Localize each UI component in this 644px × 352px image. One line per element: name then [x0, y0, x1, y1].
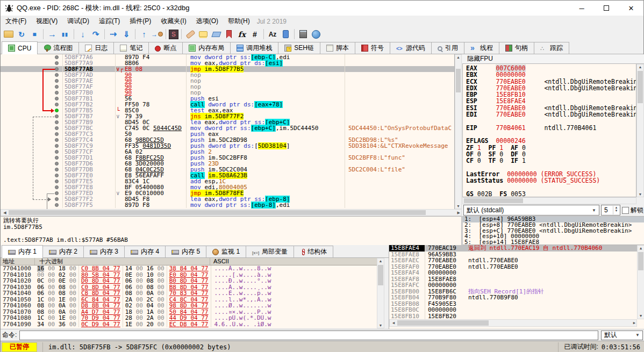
unlock-checkbox[interactable] [622, 207, 629, 214]
command-scope-select[interactable]: 默认 ▼ [601, 331, 643, 340]
stack-row[interactable]: 15E8FAFC00000000 [389, 282, 644, 289]
pause-icon[interactable] [59, 28, 71, 40]
dump-row[interactable]: 770410200C 00 0E 00D0 8D 04 7706 00 08 0… [1, 278, 377, 284]
minimize-button[interactable]: ─ [569, 1, 594, 16]
instruction-dot[interactable] [55, 97, 59, 100]
calculator-icon[interactable] [297, 28, 309, 40]
disasm-row[interactable]: 5D8F77F5897D F8mov dword ptr ss:[ebp-8],… [1, 202, 454, 208]
attach-icon[interactable] [151, 28, 163, 40]
fx-icon[interactable] [236, 28, 248, 40]
tab-线程[interactable]: 线程 [464, 42, 499, 54]
register-line[interactable]: EIP 770B4061 ntdll.770B4061 [466, 125, 636, 131]
instruction-dot[interactable] [55, 179, 59, 183]
tab-结构体[interactable]: 结构体 [294, 246, 333, 257]
instruction-dot[interactable] [55, 120, 59, 124]
tab-跟踪[interactable]: 跟踪 [534, 42, 569, 54]
menu-item[interactable]: 收藏夹(I) [156, 15, 191, 27]
tab-CPU[interactable]: CPU [2, 41, 38, 54]
dump-row[interactable]: 7704109034 00 36 000C D9 04 771E 00 20 0… [1, 321, 377, 328]
args-depth-spinner[interactable]: 5 ▲▼ [601, 205, 620, 215]
tab-脚本[interactable]: 脚本 [320, 42, 355, 54]
s-badge-icon[interactable] [169, 30, 178, 39]
step-out-icon[interactable] [120, 28, 132, 40]
tab-断点[interactable]: 断点 [148, 42, 183, 54]
until-return-icon[interactable] [138, 28, 150, 40]
tab-内存 1[interactable]: 内存 1 [2, 245, 43, 258]
command-input[interactable] [19, 331, 598, 340]
comment-icon[interactable] [197, 28, 209, 40]
tab-内存布局[interactable]: 内存布局 [182, 42, 231, 54]
memory-dump-pane[interactable]: 地址 十六进制 ASCII 7704100016 00 18 00C0 8B 0… [1, 258, 377, 328]
tab-内存 5[interactable]: 内存 5 [165, 246, 206, 257]
instruction-dot[interactable] [55, 103, 59, 106]
run-to-user-icon[interactable] [108, 28, 119, 40]
phone-icon[interactable] [280, 28, 291, 40]
stack-arguments-list[interactable]: 1: [esp+4] 96A59BB32: [esp+8] 770EABE0 <… [462, 216, 644, 245]
dump-row[interactable]: 7704106008 00 0A 00D8 8B 04 7702 00 04 0… [1, 303, 377, 309]
tab-符号[interactable]: 符号 [355, 42, 390, 54]
menu-item[interactable]: 插件(P) [125, 15, 156, 27]
argument-row[interactable]: 5: [esp+14] 15E8FAE8 [463, 240, 644, 245]
register-line[interactable]: CF 0 TF 0 IF 1 [466, 157, 636, 164]
instruction-dot[interactable] [55, 185, 59, 189]
disasm-vscrollbar[interactable]: ▲▼ [455, 54, 462, 209]
instruction-dot[interactable] [55, 144, 59, 148]
az-icon[interactable] [267, 28, 278, 40]
disassembly-pane[interactable]: 5D8F77A6897D F4mov dword ptr ss:[ebp-C],… [1, 54, 455, 209]
instruction-dot[interactable] [55, 114, 59, 118]
stack-pane[interactable]: 15E8FAE4770EAC19返回到 ntdll.770EAC19 自 ntd… [389, 245, 644, 329]
menu-item[interactable]: 视图(V) [31, 15, 62, 27]
patch-icon[interactable] [184, 28, 196, 40]
instruction-dot[interactable] [55, 138, 59, 142]
stack-row[interactable]: 15E8FB0C00000000 [389, 307, 644, 313]
stack-row[interactable]: 15E8FAF400000000 [389, 270, 644, 276]
tab-内存 4[interactable]: 内存 4 [124, 246, 166, 257]
dump-row[interactable]: 770410801C 00 1E 0070 D9 04 7728 00 2A 0… [1, 315, 377, 321]
instruction-dot[interactable] [55, 156, 59, 160]
dump-row[interactable]: 7704100016 00 18 00C0 8B 04 7714 00 16 0… [1, 265, 377, 272]
menu-item[interactable]: 选项(O) [191, 15, 223, 27]
instruction-dot[interactable] [55, 197, 59, 201]
tab-内存 3[interactable]: 内存 3 [83, 246, 125, 257]
instruction-dot[interactable] [55, 191, 59, 195]
register-line[interactable]: GS 002B FS 0053 [466, 191, 636, 197]
tab-引用[interactable]: 引用 [431, 42, 464, 54]
hide-fpu-button[interactable]: 隐藏FPU [462, 54, 644, 64]
instruction-dot[interactable] [55, 162, 59, 166]
instruction-dot[interactable] [55, 67, 59, 71]
stack-row[interactable]: 15E8FAEC770EABE0ntdll.770EABE0 [389, 257, 644, 264]
registers-hscrollbar[interactable] [462, 197, 636, 204]
maximize-button[interactable] [594, 1, 619, 16]
tab-源代码[interactable]: 源代码 [390, 42, 432, 54]
instruction-dot[interactable] [55, 132, 59, 136]
tab-内存 2[interactable]: 内存 2 [42, 246, 84, 257]
hash-icon[interactable] [249, 28, 261, 40]
jump-target-dot[interactable] [55, 109, 59, 112]
globe-icon[interactable] [310, 28, 322, 40]
menu-item[interactable]: 文件(F) [1, 15, 31, 27]
open-icon[interactable] [3, 28, 15, 40]
register-line[interactable]: LastStatus 00000000 (STATUS_SUCCESS) [466, 177, 636, 184]
stack-hscrollbar[interactable]: ◀▶ [389, 319, 637, 327]
stack-vscrollbar[interactable]: ▲▼ [637, 245, 644, 319]
stop-icon[interactable] [28, 28, 40, 40]
tab-局部变量[interactable]: 局部变量 [246, 246, 294, 257]
tab-日志[interactable]: 日志 [78, 42, 114, 54]
menu-item[interactable]: 追踪(T) [94, 15, 125, 27]
tab-句柄[interactable]: 句柄 [499, 42, 534, 54]
register-line[interactable]: EDI 770EABE0 <ntdll.DbgUiRemoteBreakin> [466, 111, 636, 118]
registers-vscrollbar[interactable]: ▲▼ [636, 64, 644, 197]
disasm-hscrollbar[interactable]: ◀▶ [1, 209, 462, 216]
calling-convention-select[interactable]: 默认 (stdcall) ▼ [463, 205, 599, 215]
label-icon[interactable] [210, 28, 222, 40]
instruction-dot[interactable] [55, 55, 59, 59]
stack-row[interactable]: 15E8FB1015E8FB20 [389, 313, 644, 320]
stack-row[interactable]: 15E8FAE4770EAC19返回到 ntdll.770EAC19 自 ntd… [389, 245, 644, 252]
tab-流程图[interactable]: 流程图 [37, 42, 79, 54]
tab-调用堆栈[interactable]: 调用堆栈 [230, 42, 278, 54]
instruction-dot[interactable] [55, 79, 59, 83]
stack-row[interactable]: 15E8FB04770B9F80ntdll.770B9F80 [389, 294, 644, 301]
dump-row[interactable]: 7704104006 00 08 00C8 8D 04 7708 00 0A 0… [1, 290, 377, 297]
tab-笔记[interactable]: 笔记 [113, 42, 149, 54]
tab-监视 1[interactable]: 监视 1 [206, 246, 246, 257]
